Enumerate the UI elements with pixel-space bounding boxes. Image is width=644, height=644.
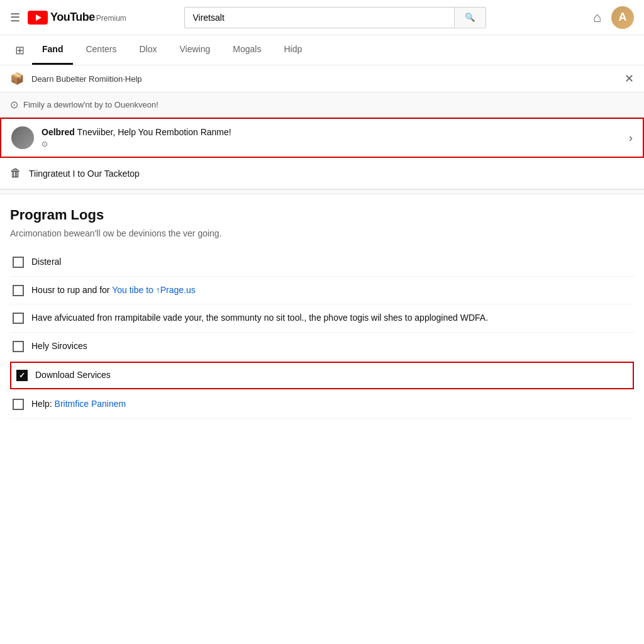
nav-tabs: ⊞ Fand Centers Dlox Viewing Mogals Hidp (0, 35, 644, 65)
info-text: Fimily a dewrlow'nt by to Ouenkveon! (23, 100, 158, 109)
highlighted-card[interactable]: Oelbred Tneviiber, Help You Rembotion Ra… (0, 118, 644, 158)
trash-icon: 🗑 (10, 167, 21, 180)
card-title-bold: Oelbred (42, 127, 75, 137)
list-item-help: Help: Britmfice Paninem (10, 391, 634, 419)
checkbox-afvicuated[interactable] (13, 313, 24, 324)
checkbox-label-hely: Hely Sirovices (31, 340, 631, 353)
tab-centers[interactable]: Centers (75, 35, 126, 65)
search-input[interactable] (185, 8, 454, 28)
avatar-image: A (611, 6, 634, 29)
checkbox-housr[interactable] (13, 285, 24, 296)
checkbox-disteral[interactable] (13, 257, 24, 268)
checkbox-label-afvicuated: Have afvicuated fron rrampitabile vade y… (31, 312, 631, 325)
youtube-icon (28, 11, 48, 25)
regular-card[interactable]: 🗑 Tiingrateut I to Our Tacketop (0, 158, 644, 189)
logo-youtube-text: YouTube (50, 11, 95, 24)
card-title: Oelbred Tneviiber, Help You Rembotion Ra… (42, 127, 629, 137)
card-subtitle-icon: ⊙ (42, 140, 48, 148)
checkbox-hely[interactable] (13, 341, 24, 352)
nav-grid-icon: ⊞ (10, 36, 30, 65)
tab-fand[interactable]: Fand (32, 35, 73, 65)
checkbox-list: Disteral Housr to rup and for You tibe t… (10, 248, 634, 419)
checkbox-label-housr: Housr to rup and for You tibe to ↑Prage.… (31, 284, 631, 297)
checkbox-label-disteral: Disteral (31, 256, 631, 269)
notification-banner: 📦 Dearn Bubelter Romiition·Help ✕ (0, 65, 644, 92)
program-logs-description: Arcimonation bewean'll ow be devinions t… (10, 228, 634, 238)
checkbox-download[interactable] (16, 370, 28, 381)
checkbox-label-download: Download Services (35, 369, 628, 382)
info-message: ⊙ Fimily a dewrlow'nt by to Ouenkveon! (0, 92, 644, 118)
help-text: Help: (31, 399, 55, 409)
avatar[interactable]: A (611, 6, 634, 29)
card-title-rest: Tneviiber, Help You Rembotion Ranme! (75, 127, 231, 137)
checkbox-label-help: Help: Britmfice Paninem (31, 398, 631, 411)
tab-viewing[interactable]: Viewing (170, 35, 221, 65)
list-item-disteral: Disteral (10, 248, 634, 277)
checkbox-help[interactable] (13, 399, 24, 410)
close-notification-button[interactable]: ✕ (625, 72, 634, 86)
search-bar: 🔍 (184, 7, 486, 28)
list-item-housr: Housr to rup and for You tibe to ↑Prage.… (10, 277, 634, 305)
list-item-download: Download Services (10, 362, 634, 389)
logo-premium-text: Premium (96, 14, 126, 23)
list-item-hely: Hely Sirovices (10, 333, 634, 361)
notification-text: Dearn Bubelter Romiition·Help (31, 74, 625, 84)
tab-hidp[interactable]: Hidp (274, 35, 312, 65)
card-subtitle: ⊙ (42, 140, 629, 148)
program-logs: Program Logs Arcimonation bewean'll ow b… (0, 194, 644, 419)
home-icon[interactable]: ⌂ (593, 9, 601, 26)
logo[interactable]: YouTube Premium (28, 11, 126, 25)
info-icon: ⊙ (10, 99, 18, 111)
card-avatar-image (11, 126, 34, 149)
card-content: Oelbred Tneviiber, Help You Rembotion Ra… (42, 127, 629, 148)
tab-dlox[interactable]: Dlox (129, 35, 167, 65)
tab-mogals[interactable]: Mogals (223, 35, 271, 65)
search-button[interactable]: 🔍 (454, 8, 486, 27)
card-arrow-icon: › (629, 131, 633, 145)
section-divider (0, 189, 644, 194)
header-right: ⌂ A (593, 6, 634, 29)
hamburger-menu[interactable]: ☰ (10, 11, 20, 25)
header: ☰ YouTube Premium 🔍 ⌂ A (0, 0, 644, 35)
help-link[interactable]: Britmfice Paninem (55, 399, 126, 409)
housr-text: Housr to rup and for (31, 285, 112, 295)
list-item-afvicuated: Have afvicuated fron rrampitabile vade y… (10, 304, 634, 333)
program-logs-title: Program Logs (10, 207, 634, 223)
regular-card-text: Tiingrateut I to Our Tacketop (29, 169, 140, 179)
card-avatar (11, 126, 34, 149)
header-left: ☰ YouTube Premium (10, 11, 126, 25)
housr-link[interactable]: You tibe to ↑Prage.us (112, 285, 196, 295)
notification-icon: 📦 (10, 72, 24, 86)
search-icon: 🔍 (465, 13, 475, 22)
